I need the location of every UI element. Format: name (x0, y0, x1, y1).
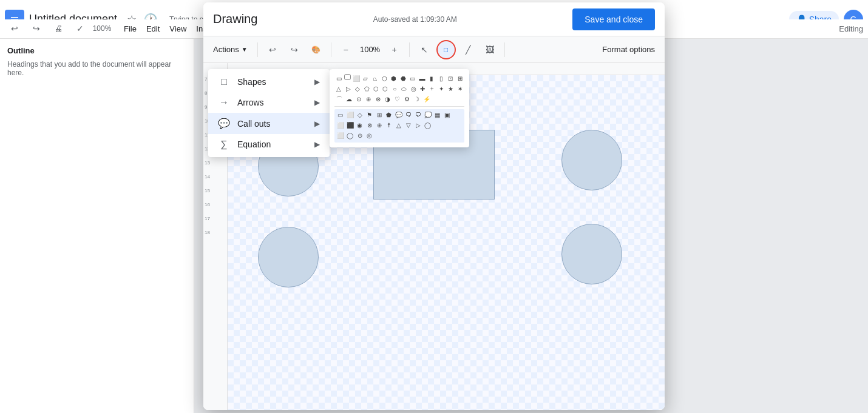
insert-dropdown-menu: □ Shapes ▶ → Arrows ▶ 💬 Call outs ▶ ∑ Eq… (208, 69, 330, 157)
doc-redo-btn[interactable]: ↪ (27, 19, 46, 38)
select-button[interactable]: ↖ (415, 40, 434, 59)
shape-tri1[interactable]: △ (334, 84, 343, 93)
shape-plus[interactable]: + (428, 84, 436, 93)
shape-c6[interactable]: ◑ (383, 95, 392, 104)
shape-star6[interactable]: ✶ (456, 84, 464, 93)
shape-diamond-rect[interactable]: ⬡ (380, 74, 389, 83)
circle-bottom-right (561, 224, 622, 284)
callout-d5[interactable]: ⊕ (375, 121, 384, 130)
shape-box5[interactable]: ⊡ (446, 74, 455, 83)
shape-box6[interactable]: ⊞ (455, 74, 464, 83)
shapes-submenu: ▭ ⬜ ▱ ⏢ ⬡ ⬢ ⬣ ▭ ▬ ▮ ▯ ⊡ ⊞ △ ▷ ◇ ⬠ (330, 69, 469, 147)
callouts-icon: 💬 (218, 118, 230, 129)
circle-bottom-left (258, 227, 319, 287)
callout-diamond[interactable]: ◇ (355, 110, 364, 119)
callout-speech2[interactable]: 🗨 (404, 110, 413, 119)
callout-d7[interactable]: △ (394, 121, 403, 130)
shape-box2[interactable]: ▬ (418, 74, 427, 83)
format-options-button[interactable]: Format options (597, 40, 660, 59)
zoom-in-button[interactable]: + (385, 40, 404, 59)
undo-button[interactable]: ↩ (263, 40, 282, 59)
shape-box1[interactable]: ▭ (409, 74, 418, 83)
shape-pent[interactable]: ⬠ (362, 84, 371, 93)
paint-format-button[interactable]: 🎨 (307, 40, 326, 59)
callout-speech3[interactable]: 🗩 (413, 110, 422, 119)
callout-tab[interactable]: ⊞ (375, 110, 384, 119)
callout-e4[interactable]: ◎ (365, 131, 374, 140)
menu-edit[interactable]: Edit (141, 22, 164, 36)
callout-b2[interactable]: ▣ (442, 110, 452, 119)
callout-e2[interactable]: ◯ (345, 131, 354, 140)
shape-insert-button[interactable]: □ (436, 40, 456, 59)
doc-print-btn[interactable]: 🖨 (49, 19, 68, 38)
toolbar-divider-4 (504, 42, 505, 57)
menu-item-arrows[interactable]: → Arrows ▶ (208, 92, 330, 113)
image-insert-button[interactable]: 🖼 (480, 40, 500, 59)
shape-c1[interactable]: ⌒ (334, 95, 344, 104)
menu-item-callouts[interactable]: 💬 Call outs ▶ (208, 113, 330, 134)
shape-rect-1[interactable]: ▭ (334, 74, 344, 83)
menu-file[interactable]: File (119, 22, 141, 36)
menu-item-equation[interactable]: ∑ Equation ▶ (208, 134, 330, 155)
callout-d10[interactable]: ◯ (423, 121, 432, 130)
callout-d3[interactable]: ◉ (355, 121, 364, 130)
shape-ellip[interactable]: ⬭ (400, 84, 409, 93)
callout-d4[interactable]: ⊗ (365, 121, 374, 130)
save-close-button[interactable]: Save and close (572, 8, 655, 30)
toolbar-divider-1 (257, 42, 258, 57)
shape-c9[interactable]: ☽ (412, 95, 421, 104)
line-tool-button[interactable]: ╱ (458, 40, 478, 59)
zoom-out-button[interactable]: − (336, 40, 356, 59)
shape-ring[interactable]: ◎ (409, 84, 418, 93)
actions-button[interactable]: Actions ▼ (208, 40, 253, 59)
callout-b1[interactable]: ▦ (433, 110, 442, 119)
shape-oct2[interactable]: ⬡ (381, 84, 390, 93)
callout-d2[interactable]: ⬛ (345, 121, 354, 130)
doc-spellcheck-btn[interactable]: ✓ (70, 19, 90, 38)
shape-rounded-rect[interactable] (344, 74, 351, 80)
callout-d8[interactable]: ▽ (404, 121, 413, 130)
toolbar-divider-3 (409, 42, 410, 57)
menu-item-shapes[interactable]: □ Shapes ▶ (208, 72, 330, 92)
redo-button[interactable]: ↪ (285, 40, 304, 59)
callout-d1[interactable]: ⬜ (336, 121, 345, 130)
shape-c7[interactable]: ♡ (393, 95, 402, 104)
callout-d6[interactable]: ☨ (384, 121, 393, 130)
shape-cross[interactable]: ✚ (418, 84, 427, 93)
shape-oct[interactable]: ⬣ (399, 74, 408, 83)
shape-c8[interactable]: ⚙ (402, 95, 412, 104)
shape-c10[interactable]: ⚡ (422, 95, 431, 104)
callout-badge[interactable]: ⬟ (384, 110, 393, 119)
shapes-icon: □ (218, 76, 230, 87)
menu-view[interactable]: View (164, 22, 191, 36)
shape-c4[interactable]: ⊕ (364, 95, 373, 104)
callout-rounded[interactable]: ⬜ (345, 110, 354, 119)
shape-c5[interactable]: ⊗ (373, 95, 382, 104)
shape-c2[interactable]: ☁ (344, 95, 353, 104)
callout-rect[interactable]: ▭ (336, 110, 345, 119)
shape-snipped-rect[interactable]: ⬜ (351, 74, 361, 83)
doc-zoom-btn[interactable]: 100% (92, 19, 112, 38)
callout-flag[interactable]: ⚑ (365, 110, 374, 119)
zoom-level: 100% (358, 45, 382, 54)
callout-thought[interactable]: 💭 (423, 110, 432, 119)
shape-trapezoid[interactable]: ⏢ (370, 74, 379, 83)
callout-e1[interactable]: ⬜ (336, 131, 345, 140)
arrows-label: Arrows (237, 98, 264, 107)
shape-box3[interactable]: ▮ (427, 74, 436, 83)
callout-speech1[interactable]: 💬 (394, 110, 403, 119)
callout-e3[interactable]: ⊙ (355, 131, 364, 140)
shape-tri3[interactable]: ◇ (353, 84, 362, 93)
shape-parallelogram[interactable]: ▱ (361, 74, 370, 83)
shape-circ[interactable]: ○ (390, 84, 399, 93)
shapes-row-6: ⬜ ◯ ⊙ ◎ (336, 131, 463, 140)
callout-d9[interactable]: ▷ (413, 121, 422, 130)
shape-star4[interactable]: ✦ (437, 84, 446, 93)
shape-hex1[interactable]: ⬢ (390, 74, 399, 83)
shape-c3[interactable]: ⊙ (354, 95, 363, 104)
shape-box4[interactable]: ▯ (436, 74, 446, 83)
shape-tri2[interactable]: ▷ (344, 84, 352, 93)
doc-undo-btn[interactable]: ↩ (5, 19, 24, 38)
shape-hex2[interactable]: ⬡ (371, 84, 380, 93)
shape-star5[interactable]: ★ (446, 84, 455, 93)
